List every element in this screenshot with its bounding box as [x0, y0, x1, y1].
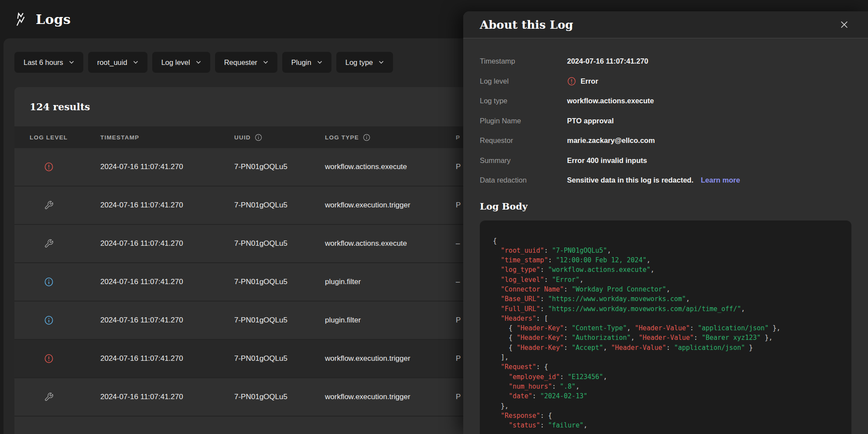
- field-label: Plugin Name: [480, 117, 567, 125]
- chevron-down-icon: [379, 61, 384, 64]
- filter-dropdown-requester[interactable]: Requester: [215, 52, 277, 73]
- detail-field-data-redaction: Data redactionSensitive data in this log…: [480, 170, 851, 190]
- field-label: Log type: [480, 97, 567, 105]
- column-label: LOG LEVEL: [30, 134, 68, 141]
- log-type-cell: workflow.actions.execute: [325, 163, 456, 171]
- field-label: Timestamp: [480, 57, 567, 65]
- field-label: Summary: [480, 156, 567, 165]
- log-type-cell: workflow.execution.trigger: [325, 393, 456, 401]
- column-label: TIMESTAMP: [100, 134, 139, 141]
- column-header-log-level: LOG LEVEL: [30, 134, 100, 141]
- log-type-cell: plugin.filter: [325, 316, 456, 325]
- column-header-timestamp: TIMESTAMP: [100, 134, 234, 141]
- detail-field-requestor: Requestormarie.zackary@ellco.com: [480, 131, 851, 151]
- wrench-icon: [44, 392, 54, 402]
- field-value-text: Error 400 invalid inputs: [567, 156, 647, 165]
- timestamp-cell: 2024-07-16 11:07:41.270: [100, 354, 234, 363]
- error-icon: [567, 77, 576, 86]
- logs-app: { "app": { "title": "Logs" }, "filters":…: [0, 0, 868, 434]
- uuid-cell: 7-PN01gOQLu5: [234, 201, 325, 210]
- field-value: workflow.actions.execute: [567, 97, 654, 105]
- info-icon: [44, 315, 54, 325]
- uuid-cell: 7-PN01gOQLu5: [234, 354, 325, 363]
- timestamp-cell: 2024-07-16 11:07:41.270: [100, 316, 234, 325]
- log-level-cell: [30, 315, 100, 325]
- moveworks-logo-icon: [15, 12, 28, 27]
- error-icon: [44, 162, 54, 172]
- uuid-cell: 7-PN01gOQLu5: [234, 239, 325, 248]
- info-icon[interactable]: [363, 134, 370, 141]
- field-label: Data redaction: [480, 176, 567, 184]
- log-type-cell: plugin.filter: [325, 278, 456, 286]
- timestamp-cell: 2024-07-16 11:07:41.270: [100, 393, 234, 401]
- column-header-log-type: LOG TYPE: [325, 134, 456, 141]
- log-fields: Timestamp2024-07-16 11:07:41.270Log leve…: [480, 51, 851, 190]
- timestamp-cell: 2024-07-16 11:07:41.270: [100, 278, 234, 286]
- uuid-cell: 7-PN01gOQLu5: [234, 163, 325, 171]
- field-label: Requestor: [480, 136, 567, 145]
- log-type-cell: workflow.execution.trigger: [325, 201, 456, 210]
- about-log-panel: About this Log Timestamp2024-07-16 11:07…: [463, 11, 868, 434]
- field-value: Error: [567, 77, 598, 86]
- uuid-cell: 7-PN01gOQLu5: [234, 393, 325, 401]
- field-label: Log level: [480, 77, 567, 85]
- timestamp-cell: 2024-07-16 11:07:41.270: [100, 163, 234, 171]
- field-value-text: PTO approval: [567, 117, 614, 125]
- filter-label: Log type: [345, 58, 373, 67]
- learn-more-link[interactable]: Learn more: [701, 176, 740, 184]
- log-level-cell: [30, 354, 100, 363]
- filter-dropdown-log-type[interactable]: Log type: [336, 52, 393, 73]
- filter-dropdown-root-uuid[interactable]: root_uuid: [88, 52, 147, 73]
- detail-field-timestamp: Timestamp2024-07-16 11:07:41.270: [480, 51, 851, 71]
- log-type-cell: workflow.actions.execute: [325, 239, 456, 248]
- timestamp-cell: 2024-07-16 11:07:41.270: [100, 239, 234, 248]
- chevron-down-icon: [317, 61, 322, 64]
- wrench-icon: [44, 239, 54, 248]
- field-value-text: Sensitive data in this log is redacted.: [567, 176, 694, 184]
- filter-label: root_uuid: [97, 58, 127, 67]
- panel-header: About this Log: [463, 11, 868, 38]
- detail-field-log-level: Log levelError: [480, 71, 851, 92]
- field-value: Sensitive data in this log is redacted.L…: [567, 176, 740, 184]
- panel-title: About this Log: [480, 18, 573, 31]
- filter-dropdown-plugin[interactable]: Plugin: [282, 52, 331, 73]
- chevron-down-icon: [263, 61, 268, 64]
- column-header-uuid: UUID: [234, 134, 325, 141]
- log-level-cell: [30, 392, 100, 402]
- uuid-cell: 7-PN01gOQLu5: [234, 316, 325, 325]
- timestamp-cell: 2024-07-16 11:07:41.270: [100, 201, 234, 210]
- chevron-down-icon: [196, 61, 201, 64]
- field-value-text: marie.zackary@ellco.com: [567, 136, 655, 145]
- log-level-cell: [30, 277, 100, 287]
- field-value: 2024-07-16 11:07:41.270: [567, 57, 648, 65]
- info-icon: [44, 277, 54, 287]
- field-value: PTO approval: [567, 117, 614, 125]
- uuid-cell: 7-PN01gOQLu5: [234, 278, 325, 286]
- log-level-cell: [30, 200, 100, 210]
- detail-field-summary: SummaryError 400 invalid inputs: [480, 151, 851, 171]
- error-icon: [44, 354, 54, 363]
- log-type-cell: workflow.execution.trigger: [325, 354, 456, 363]
- column-label: P: [456, 134, 460, 141]
- detail-field-plugin-name: Plugin NamePTO approval: [480, 111, 851, 131]
- log-level-cell: [30, 239, 100, 248]
- log-level-cell: [30, 162, 100, 172]
- log-body-title: Log Body: [480, 201, 851, 212]
- info-icon[interactable]: [255, 134, 262, 141]
- field-value-text: 2024-07-16 11:07:41.270: [567, 57, 648, 65]
- filter-label: Requester: [224, 58, 257, 67]
- filter-label: Last 6 hours: [24, 58, 63, 67]
- filter-dropdown-last-6-hours[interactable]: Last 6 hours: [14, 52, 83, 73]
- detail-field-log-type: Log typeworkflow.actions.execute: [480, 91, 851, 111]
- log-body-code: { "root_uuid": "7-PN01gOQLu5", "time_sta…: [480, 220, 851, 434]
- chevron-down-icon: [69, 61, 74, 64]
- close-icon[interactable]: [838, 18, 851, 31]
- chevron-down-icon: [133, 61, 138, 64]
- field-value: marie.zackary@ellco.com: [567, 136, 655, 145]
- column-label: UUID: [234, 134, 251, 141]
- filter-dropdown-log-level[interactable]: Log level: [152, 52, 210, 73]
- page-title: Logs: [36, 12, 71, 27]
- panel-body: Timestamp2024-07-16 11:07:41.270Log leve…: [463, 38, 868, 434]
- column-label: LOG TYPE: [325, 134, 359, 141]
- field-value-text: workflow.actions.execute: [567, 97, 654, 105]
